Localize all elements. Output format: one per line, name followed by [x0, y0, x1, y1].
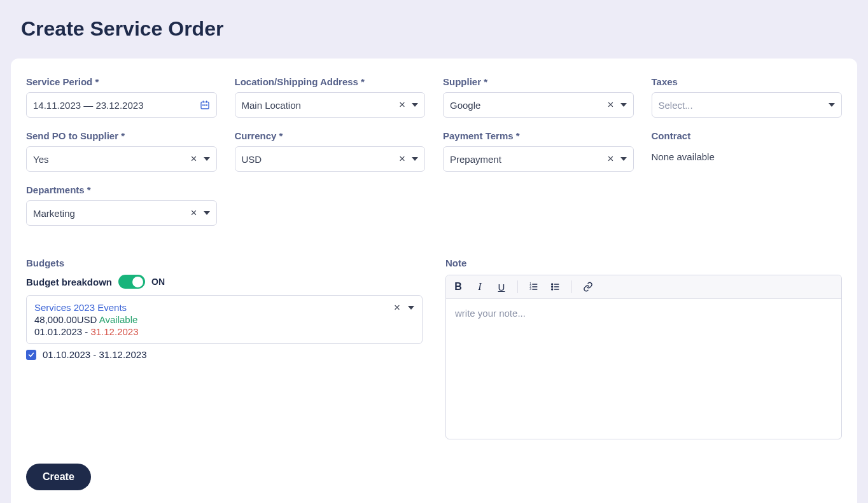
select-budget[interactable]: Services 2023 Events 48,000.00USD Availa… — [26, 295, 423, 344]
chevron-down-icon[interactable] — [412, 157, 418, 161]
italic-icon[interactable]: I — [474, 281, 486, 293]
note-toolbar: B I U 123 — [446, 275, 841, 299]
group-format: B I U — [452, 281, 507, 293]
field-location: Location/Shipping Address * Main Locatio… — [235, 76, 426, 118]
chevron-down-icon[interactable] — [620, 157, 627, 161]
value-service-period: 14.11.2023 — 23.12.2023 — [33, 100, 143, 111]
field-departments: Departments * Marketing — [26, 184, 217, 226]
note-editor: B I U 123 — [445, 275, 842, 439]
svg-point-16 — [552, 289, 553, 290]
svg-point-12 — [552, 284, 553, 285]
svg-text:3: 3 — [529, 287, 531, 291]
form-card: Service Period * 14.11.2023 — 23.12.2023… — [11, 59, 857, 503]
value-contract-none: None available — [652, 146, 843, 162]
value-departments: Marketing — [33, 208, 75, 219]
value-location: Main Location — [242, 100, 301, 111]
checkbox-period[interactable] — [26, 350, 36, 360]
chevron-down-icon[interactable] — [620, 103, 627, 107]
underline-icon[interactable]: U — [496, 281, 507, 293]
controls-location — [399, 99, 418, 111]
clear-icon[interactable] — [608, 99, 614, 111]
label-supplier: Supplier * — [443, 76, 634, 87]
toolbar-separator — [571, 280, 572, 293]
toggle-budget-breakdown[interactable] — [118, 275, 145, 289]
field-service-period: Service Period * 14.11.2023 — 23.12.2023 — [26, 76, 217, 118]
clear-icon[interactable] — [191, 207, 197, 219]
ordered-list-icon[interactable]: 123 — [528, 281, 540, 293]
budget-controls — [394, 302, 414, 314]
value-currency: USD — [242, 154, 262, 165]
field-supplier: Supplier * Google — [443, 76, 634, 118]
clear-icon[interactable] — [191, 153, 197, 165]
value-payment-terms: Prepayment — [450, 154, 501, 165]
controls-payment-terms — [608, 153, 627, 165]
svg-rect-5 — [206, 104, 207, 106]
svg-point-14 — [552, 286, 553, 287]
value-supplier: Google — [450, 100, 480, 111]
clear-icon[interactable] — [399, 153, 405, 165]
row-3: Departments * Marketing — [26, 184, 842, 226]
chevron-down-icon[interactable] — [829, 103, 835, 107]
select-payment-terms[interactable]: Prepayment — [443, 146, 634, 172]
svg-rect-1 — [202, 100, 203, 102]
label-departments: Departments * — [26, 184, 217, 195]
group-lists: 123 — [528, 281, 561, 293]
budget-end: 31.12.2023 — [90, 326, 138, 337]
label-service-period: Service Period * — [26, 76, 217, 87]
link-icon[interactable] — [582, 281, 594, 293]
budgets-section: Budgets Budget breakdown ON Services 202… — [26, 258, 423, 360]
bullet-list-icon[interactable] — [550, 281, 561, 293]
budget-dates: 01.01.2023 - 31.12.2023 — [34, 326, 414, 337]
clear-icon[interactable] — [608, 153, 614, 165]
group-link — [582, 281, 594, 293]
controls-departments — [191, 207, 210, 219]
period-checkbox-row: 01.10.2023 - 31.12.2023 — [26, 349, 423, 360]
label-taxes: Taxes — [652, 76, 843, 87]
budgets-note-row: Budgets Budget breakdown ON Services 202… — [26, 258, 842, 439]
chevron-down-icon[interactable] — [204, 157, 210, 161]
value-send-po: Yes — [33, 154, 48, 165]
field-currency: Currency * USD — [235, 130, 426, 172]
create-button[interactable]: Create — [26, 464, 91, 490]
label-payment-terms: Payment Terms * — [443, 130, 634, 141]
chevron-down-icon[interactable] — [204, 211, 210, 215]
budget-amount-line: 48,000.00USD Available — [34, 314, 414, 325]
select-supplier[interactable]: Google — [443, 92, 634, 118]
field-payment-terms: Payment Terms * Prepayment — [443, 130, 634, 172]
label-send-po: Send PO to Supplier * — [26, 130, 217, 141]
field-taxes: Taxes Select... — [652, 76, 843, 118]
controls-send-po — [191, 153, 210, 165]
note-textarea[interactable]: write your note... — [446, 299, 841, 439]
select-send-po[interactable]: Yes — [26, 146, 217, 172]
row-2: Send PO to Supplier * Yes Currency * USD… — [26, 130, 842, 172]
budget-breakdown-toggle-row: Budget breakdown ON — [26, 275, 423, 289]
field-send-po: Send PO to Supplier * Yes — [26, 130, 217, 172]
select-currency[interactable]: USD — [235, 146, 426, 172]
row-1: Service Period * 14.11.2023 — 23.12.2023… — [26, 76, 842, 118]
select-departments[interactable]: Marketing — [26, 200, 217, 226]
budget-amount: 48,000.00USD — [34, 314, 97, 325]
label-location: Location/Shipping Address * — [235, 76, 426, 87]
chevron-down-icon[interactable] — [408, 306, 414, 310]
controls-taxes — [829, 103, 835, 107]
select-taxes[interactable]: Select... — [652, 92, 843, 118]
calendar-icon[interactable] — [200, 100, 210, 110]
bold-icon[interactable]: B — [452, 281, 464, 293]
page-title: Create Service Order — [21, 17, 858, 41]
budget-name: Services 2023 Events — [34, 302, 414, 313]
note-section: Note B I U 123 — [445, 258, 842, 439]
header-budgets: Budgets — [26, 258, 423, 268]
budget-available: Available — [97, 314, 137, 325]
header-note: Note — [445, 258, 842, 268]
select-location[interactable]: Main Location — [235, 92, 426, 118]
label-budget-breakdown: Budget breakdown — [26, 277, 112, 287]
label-currency: Currency * — [235, 130, 426, 141]
input-service-period[interactable]: 14.11.2023 — 23.12.2023 — [26, 92, 217, 118]
clear-icon[interactable] — [399, 99, 405, 111]
period-range: 01.10.2023 - 31.12.2023 — [43, 349, 146, 360]
field-contract: Contract None available — [652, 130, 843, 172]
clear-icon[interactable] — [394, 302, 400, 314]
chevron-down-icon[interactable] — [412, 103, 418, 107]
placeholder-taxes: Select... — [659, 100, 693, 111]
budget-start: 01.01.2023 — [34, 326, 82, 337]
